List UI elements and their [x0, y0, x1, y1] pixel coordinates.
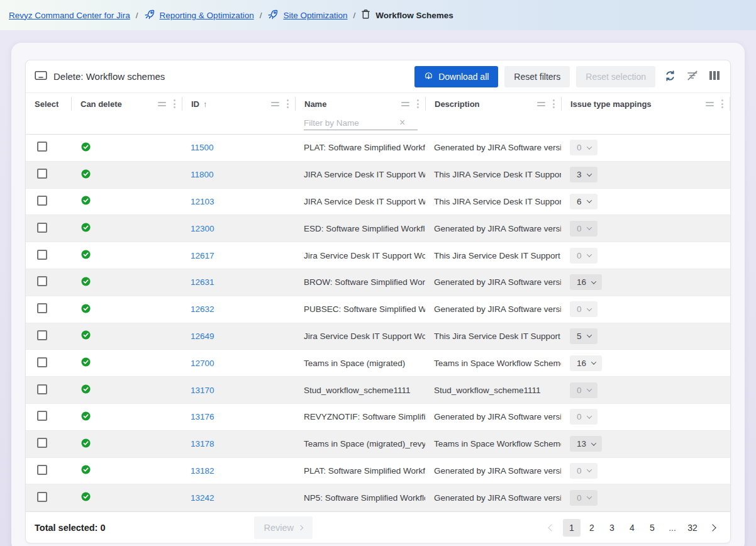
- row-id-link[interactable]: 12617: [191, 251, 214, 260]
- select-cell: [26, 330, 71, 342]
- pagination-page-2[interactable]: 2: [583, 519, 601, 537]
- row-checkbox[interactable]: [37, 357, 47, 367]
- reset-filters-button[interactable]: Reset filters: [504, 66, 570, 87]
- id-cell: 13182: [182, 466, 295, 476]
- can-delete-cell: [71, 438, 182, 450]
- row-id-link[interactable]: 13170: [191, 386, 214, 395]
- check-circle-icon: [81, 438, 91, 450]
- breadcrumb-item-command-center: Revyz Command Center for Jira: [9, 11, 130, 20]
- table-header: Select Can delete ID ↑: [26, 93, 730, 135]
- clear-filters-button[interactable]: [685, 69, 700, 84]
- mappings-dropdown[interactable]: 0: [570, 301, 598, 317]
- pagination-next[interactable]: [704, 519, 721, 537]
- mappings-count: 5: [577, 332, 582, 341]
- column-menu-icon[interactable]: [720, 98, 725, 109]
- row-checkbox[interactable]: [37, 303, 47, 313]
- column-header-description[interactable]: Description: [425, 97, 561, 111]
- filter-lines-icon[interactable]: [706, 102, 714, 106]
- column-settings-button[interactable]: [708, 69, 721, 84]
- row-checkbox[interactable]: [37, 169, 47, 179]
- chevron-down-icon: [591, 360, 596, 365]
- row-id-link[interactable]: 12103: [191, 197, 214, 206]
- mappings-dropdown[interactable]: 6: [570, 194, 598, 209]
- column-header-select: Select: [26, 97, 71, 111]
- row-checkbox[interactable]: [37, 276, 47, 286]
- row-checkbox[interactable]: [37, 223, 47, 233]
- row-id-link[interactable]: 12700: [191, 359, 214, 368]
- row-description: Teams in Space Workflow Schemes: [425, 359, 561, 368]
- select-cell: [26, 492, 71, 504]
- page-background: Delete: Workflow schemes Download all Re…: [0, 30, 756, 546]
- row-checkbox[interactable]: [37, 438, 47, 448]
- table-row: 13182 PLAT: Software Simplified Workflow…: [26, 458, 730, 485]
- row-id-link[interactable]: 12632: [191, 304, 214, 314]
- mappings-dropdown[interactable]: 16: [570, 274, 602, 290]
- sort-asc-icon: ↑: [203, 99, 208, 109]
- row-id-link[interactable]: 12300: [191, 224, 214, 233]
- mappings-dropdown[interactable]: 3: [570, 167, 598, 182]
- pagination-page-4[interactable]: 4: [623, 519, 641, 537]
- row-description: Teams in Space Workflow Schemes: [425, 439, 561, 448]
- breadcrumb-link-site-optimization[interactable]: Site Optimization: [283, 11, 347, 20]
- row-id-link[interactable]: 13176: [191, 412, 214, 421]
- column-menu-icon[interactable]: [416, 98, 420, 109]
- row-checkbox[interactable]: [37, 250, 47, 260]
- mappings-dropdown[interactable]: 0: [570, 140, 598, 155]
- total-selected-label: Total selected: 0: [35, 523, 106, 533]
- refresh-button[interactable]: [663, 69, 677, 85]
- select-cell: [26, 276, 71, 288]
- row-id-link[interactable]: 11800: [191, 170, 214, 179]
- mappings-dropdown[interactable]: 0: [570, 221, 598, 237]
- row-checkbox[interactable]: [37, 142, 47, 152]
- mappings-cell: 0: [561, 409, 730, 425]
- pagination-page-1[interactable]: 1: [563, 519, 581, 537]
- row-checkbox[interactable]: [37, 411, 47, 421]
- filter-lines-icon[interactable]: [537, 102, 545, 106]
- filter-lines-icon[interactable]: [401, 102, 409, 106]
- row-checkbox[interactable]: [37, 465, 47, 475]
- column-header-name[interactable]: Name: [295, 97, 425, 111]
- mappings-dropdown[interactable]: 0: [570, 248, 598, 264]
- column-menu-icon[interactable]: [552, 98, 556, 109]
- check-circle-icon: [81, 411, 91, 423]
- row-id-link[interactable]: 13178: [191, 439, 214, 448]
- download-icon: [424, 71, 433, 82]
- row-checkbox[interactable]: [37, 196, 47, 206]
- table-row: 11800 JIRA Service Desk IT Support Wor T…: [26, 162, 730, 189]
- pagination-page-5[interactable]: 5: [643, 519, 661, 537]
- row-checkbox[interactable]: [37, 330, 47, 340]
- column-header-issue-type-mappings[interactable]: Issue type mappings: [561, 97, 730, 111]
- chevron-down-icon: [586, 198, 591, 203]
- mappings-dropdown[interactable]: 0: [570, 490, 598, 506]
- chevron-right-icon: [709, 524, 716, 531]
- download-all-button[interactable]: Download all: [414, 66, 498, 87]
- mappings-dropdown[interactable]: 16: [570, 355, 602, 371]
- column-header-can-delete[interactable]: Can delete: [71, 97, 182, 111]
- breadcrumb-link-reporting[interactable]: Reporting & Optimization: [160, 11, 254, 20]
- mappings-dropdown[interactable]: 5: [570, 328, 598, 344]
- clear-filter-icon[interactable]: ×: [398, 118, 406, 128]
- column-menu-icon[interactable]: [286, 98, 290, 109]
- breadcrumb-link-command-center[interactable]: Revyz Command Center for Jira: [9, 11, 130, 20]
- column-menu-icon[interactable]: [172, 98, 177, 109]
- filter-lines-icon[interactable]: [158, 102, 166, 106]
- row-id-link[interactable]: 11500: [191, 143, 214, 152]
- row-id-link[interactable]: 12631: [191, 277, 214, 287]
- row-checkbox[interactable]: [37, 492, 47, 502]
- table-row: 12300 ESD: Software Simplified Workflow …: [26, 215, 730, 242]
- header-label-row: Select Can delete ID ↑: [26, 93, 730, 114]
- row-id-link[interactable]: 13182: [191, 466, 214, 476]
- pagination-page-32[interactable]: 32: [684, 519, 701, 537]
- name-filter-input[interactable]: [304, 118, 398, 128]
- row-checkbox[interactable]: [37, 384, 47, 394]
- mappings-dropdown[interactable]: 0: [570, 409, 598, 425]
- workflow-schemes-card: Delete: Workflow schemes Download all Re…: [25, 60, 731, 543]
- row-id-link[interactable]: 12649: [191, 332, 214, 341]
- filter-lines-icon[interactable]: [271, 102, 279, 106]
- row-id-link[interactable]: 13242: [191, 493, 214, 503]
- pagination-page-3[interactable]: 3: [603, 519, 621, 537]
- column-header-id[interactable]: ID ↑: [182, 97, 295, 111]
- mappings-dropdown[interactable]: 13: [570, 436, 602, 452]
- mappings-dropdown[interactable]: 0: [570, 463, 598, 479]
- mappings-dropdown[interactable]: 0: [570, 382, 598, 398]
